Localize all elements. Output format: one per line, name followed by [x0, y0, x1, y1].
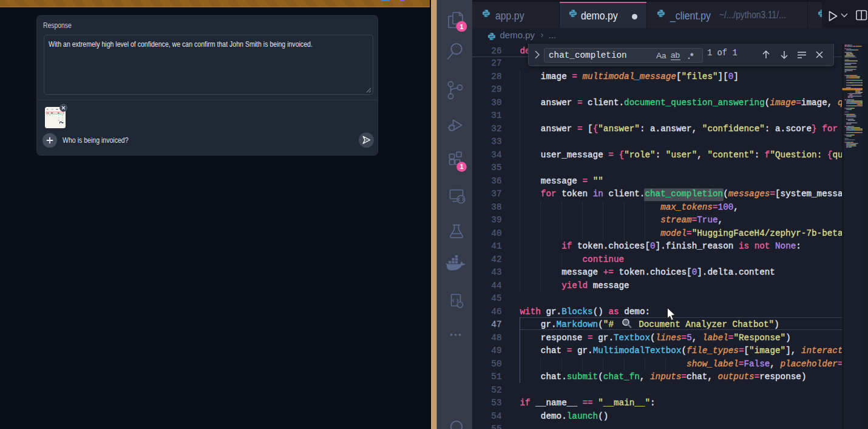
svg-text:1: 1	[459, 163, 463, 170]
svg-text:1: 1	[459, 23, 464, 30]
